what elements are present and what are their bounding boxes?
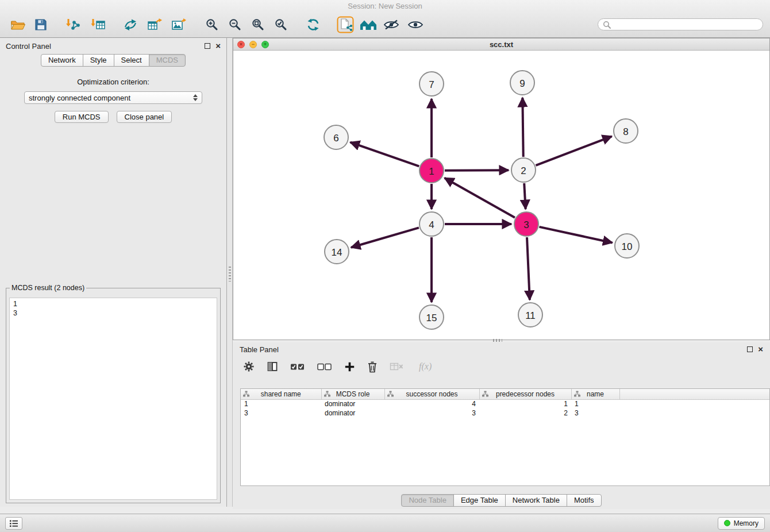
- mcds-result-list[interactable]: 1 3: [9, 298, 217, 500]
- graph-node-2[interactable]: 2: [511, 158, 536, 182]
- graph-node-3[interactable]: 3: [514, 212, 538, 236]
- graph-node-6[interactable]: 6: [324, 125, 348, 149]
- table-cell[interactable]: 3: [384, 408, 479, 418]
- select-all-columns-button[interactable]: [290, 363, 305, 371]
- tab-network-table[interactable]: Network Table: [505, 494, 567, 507]
- table-cell[interactable]: dominator: [321, 399, 384, 408]
- table-cell[interactable]: 4: [384, 399, 479, 408]
- table-cell[interactable]: 1: [479, 399, 571, 408]
- graph-node-11[interactable]: 11: [518, 303, 542, 327]
- graph-edge-3-11[interactable]: [527, 237, 530, 300]
- graph-edge-3-10[interactable]: [539, 227, 612, 243]
- column-header-mcds-role[interactable]: MCDS role: [321, 389, 384, 399]
- close-panel-action-button[interactable]: Close panel: [117, 111, 172, 123]
- column-header-successor-nodes[interactable]: successor nodes: [384, 389, 479, 399]
- table-cell[interactable]: dominator: [321, 408, 384, 418]
- search-field[interactable]: [598, 18, 763, 30]
- table-toolbar: f(x): [233, 356, 770, 377]
- graph-edge-2-8[interactable]: [536, 136, 611, 165]
- delete-table-button[interactable]: [390, 362, 403, 371]
- delete-columns-button[interactable]: [367, 361, 378, 373]
- tab-edge-table[interactable]: Edge Table: [453, 494, 506, 507]
- table-cell[interactable]: 1: [241, 399, 321, 408]
- tab-node-table[interactable]: Node Table: [401, 494, 454, 507]
- console-button[interactable]: [5, 517, 22, 530]
- run-mcds-button[interactable]: Run MCDS: [55, 111, 109, 123]
- float-table-panel-button[interactable]: [747, 346, 753, 352]
- import-network-button[interactable]: [63, 15, 83, 34]
- show-columns-button[interactable]: [267, 361, 278, 372]
- graph-node-4[interactable]: 4: [419, 212, 444, 236]
- tab-style[interactable]: Style: [83, 54, 114, 67]
- tab-motifs[interactable]: Motifs: [567, 494, 602, 507]
- memory-status-icon: [724, 520, 730, 526]
- table-settings-button[interactable]: [243, 361, 255, 372]
- hide-graphics-details-button[interactable]: [382, 15, 401, 34]
- document-share-button[interactable]: [336, 15, 355, 34]
- table-row[interactable]: 3dominator323: [241, 408, 769, 418]
- unselect-all-columns-button[interactable]: [317, 363, 332, 371]
- table-row[interactable]: 1dominator411: [241, 399, 769, 408]
- graph-edge-3-1[interactable]: [445, 178, 515, 218]
- graph-node-7[interactable]: 7: [419, 72, 444, 96]
- tab-select[interactable]: Select: [114, 54, 149, 67]
- graph-edge-4-14[interactable]: [351, 228, 419, 247]
- create-column-button[interactable]: [344, 361, 355, 372]
- memory-button[interactable]: Memory: [718, 517, 765, 530]
- maximize-window-button[interactable]: +: [261, 41, 269, 48]
- close-window-button[interactable]: ×: [237, 41, 245, 48]
- export-image-button[interactable]: [169, 15, 188, 34]
- tab-mcds[interactable]: MCDS: [149, 54, 186, 67]
- zoom-selected-button[interactable]: [271, 15, 291, 34]
- checked-boxes-icon: [290, 363, 305, 371]
- tab-network[interactable]: Network: [41, 54, 83, 67]
- save-session-button[interactable]: [31, 15, 51, 34]
- show-graphics-details-button[interactable]: [406, 15, 425, 34]
- network-graph-svg[interactable]: 7968124314101511: [233, 51, 769, 340]
- graph-node-8[interactable]: 8: [614, 119, 638, 143]
- column-header-name[interactable]: name: [571, 389, 619, 399]
- open-session-button[interactable]: [8, 15, 28, 34]
- table-panel-header: Table Panel ×: [233, 342, 770, 356]
- zoom-in-button[interactable]: [202, 15, 222, 34]
- float-panel-button[interactable]: [205, 43, 210, 49]
- window-titlebar[interactable]: Session: New Session: [0, 0, 770, 12]
- table-cell[interactable]: 2: [479, 408, 571, 418]
- graph-node-label: 10: [622, 241, 633, 252]
- export-table-button[interactable]: [145, 15, 164, 34]
- graph-edge-1-2[interactable]: [445, 170, 509, 171]
- graph-node-9[interactable]: 9: [510, 71, 534, 95]
- graph-node-label: 3: [523, 219, 529, 230]
- table-cell[interactable]: 3: [571, 408, 619, 418]
- close-panel-button[interactable]: ×: [215, 43, 221, 49]
- close-table-panel-button[interactable]: ×: [758, 346, 763, 352]
- search-input[interactable]: [614, 20, 758, 29]
- table-cell[interactable]: 3: [241, 408, 321, 418]
- column-header-predecessor-nodes[interactable]: predecessor nodes: [479, 389, 571, 399]
- graph-node-10[interactable]: 10: [615, 234, 639, 258]
- graph-edge-2-9[interactable]: [522, 98, 523, 157]
- import-table-button[interactable]: [88, 15, 108, 34]
- export-network-button[interactable]: [121, 15, 140, 34]
- graph-node-14[interactable]: 14: [325, 240, 349, 264]
- double-home-button[interactable]: [359, 15, 378, 34]
- graph-node-1[interactable]: 1: [419, 159, 444, 183]
- zoom-fit-button[interactable]: [248, 15, 268, 34]
- column-type-icon: [243, 391, 249, 397]
- splitter-grip-icon[interactable]: [229, 267, 231, 282]
- optimization-criterion-select[interactable]: strongly connected component: [24, 91, 202, 104]
- refresh-button[interactable]: [303, 15, 323, 34]
- graph-node-15[interactable]: 15: [419, 305, 444, 329]
- function-builder-button[interactable]: f(x): [415, 361, 435, 372]
- network-window-titlebar[interactable]: scc.txt × − +: [233, 38, 769, 51]
- graph-edge-2-3[interactable]: [524, 183, 525, 209]
- table-cell[interactable]: 1: [571, 399, 619, 408]
- minimize-window-button[interactable]: −: [249, 41, 257, 48]
- zoom-out-button[interactable]: [225, 15, 245, 34]
- column-header-shared-name[interactable]: shared name: [241, 389, 321, 399]
- horizontal-splitter-grip[interactable]: [493, 339, 502, 342]
- vertical-splitter[interactable]: [227, 38, 233, 507]
- graph-edge-1-6[interactable]: [351, 142, 419, 167]
- network-view-window: scc.txt × − + 7968124314101511: [233, 38, 770, 340]
- table-delete-icon: [390, 362, 403, 371]
